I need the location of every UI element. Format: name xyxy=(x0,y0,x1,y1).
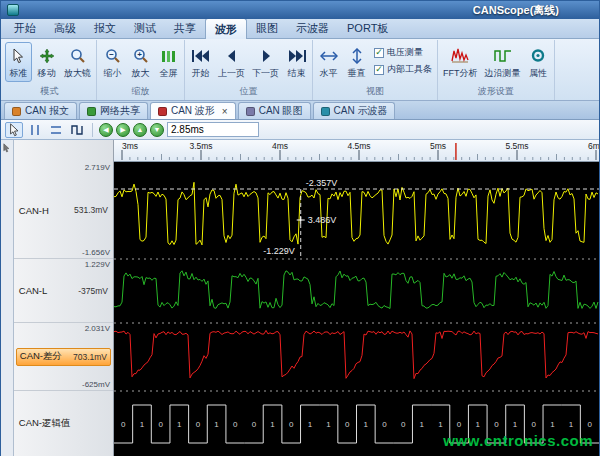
zoom-out-button[interactable]: −缩小 xyxy=(99,42,126,82)
next-page-button[interactable]: 下一页 xyxy=(249,42,282,82)
ribbon-tab-strip: 开始高级报文测试共享波形眼图示波器PORT板 xyxy=(1,19,599,39)
svg-text:0: 0 xyxy=(494,420,499,429)
svg-text:−: − xyxy=(109,50,114,59)
waveform-canvas[interactable]: 01010100101101001101010110-2.357V3.486V-… xyxy=(114,162,599,456)
vertical-cursors-icon xyxy=(28,123,42,137)
svg-text:0: 0 xyxy=(401,420,406,429)
go-end-button[interactable]: 结束 xyxy=(283,42,310,82)
doc-tab-icon xyxy=(158,107,167,116)
svg-text:1: 1 xyxy=(513,420,518,429)
fft-analysis-button[interactable]: FFT分析 xyxy=(440,42,481,82)
vertical-button[interactable]: 垂直 xyxy=(343,42,370,82)
title-bar: CANScope(离线) xyxy=(1,1,599,19)
nav-up-button[interactable]: ▲ xyxy=(133,123,147,137)
voltage-measure-checkbox[interactable]: ✓电压测量 xyxy=(374,46,432,59)
doc-tab-can-frames[interactable]: CAN 报文 xyxy=(4,102,77,119)
nav-right-button[interactable]: ▶ xyxy=(116,123,130,137)
zoom-in-button[interactable]: +放大 xyxy=(127,42,154,82)
checkbox-mark: ✓ xyxy=(374,48,384,58)
doc-tab-label: CAN 眼图 xyxy=(259,104,303,118)
ribbon-group-mode: 标准移动放大镜模式 xyxy=(3,40,97,100)
ribbon-tab-eye-diagram[interactable]: 眼图 xyxy=(247,18,287,38)
horizontal-cursors-icon xyxy=(49,123,63,137)
ribbon-tab-advanced[interactable]: 高级 xyxy=(45,18,85,38)
svg-text:0: 0 xyxy=(457,420,462,429)
zoom-out-label: 缩小 xyxy=(104,67,122,80)
time-ruler-canvas: 3ms3.5ms4ms4.5ms5ms5.5ms6ms xyxy=(114,140,599,161)
edge-measure-icon xyxy=(494,44,512,67)
select-tool-button[interactable] xyxy=(5,122,23,138)
ribbon-tab-frames[interactable]: 报文 xyxy=(85,18,125,38)
svg-text:3ms: 3ms xyxy=(122,141,138,151)
checkbox-label: 内部工具条 xyxy=(387,63,432,76)
properties-button[interactable]: 属性 xyxy=(525,42,552,82)
pan-button[interactable]: 移动 xyxy=(33,42,60,82)
cursor-voltage-top: -2.357V xyxy=(306,178,338,188)
svg-text:0: 0 xyxy=(345,420,350,429)
full-screen-button[interactable]: 全屏 xyxy=(155,42,182,82)
svg-text:0: 0 xyxy=(196,420,201,429)
channel-panel: 2.719VCAN-H531.3mV-1.656V1.229VCAN-L-375… xyxy=(14,140,114,456)
vertical-cursors-button[interactable] xyxy=(26,122,44,138)
svg-text:0: 0 xyxy=(121,420,126,429)
pan-label: 移动 xyxy=(38,67,56,80)
close-tab-icon[interactable]: × xyxy=(222,107,228,116)
ribbon-tab-waveform[interactable]: 波形 xyxy=(205,18,247,39)
ribbon-tab-port-board[interactable]: PORT板 xyxy=(338,18,397,38)
channel-row-2[interactable]: 1.229VCAN-L-375mV xyxy=(14,259,113,323)
doc-tab-icon xyxy=(12,107,21,116)
ribbon-tab-oscilloscope[interactable]: 示波器 xyxy=(287,18,338,38)
group-label-mode: 模式 xyxy=(5,84,94,100)
strip-pointer-icon[interactable] xyxy=(2,143,11,153)
cursor-voltage-bottom: -1.229V xyxy=(263,246,295,256)
doc-tab-network-share[interactable]: 网络共享 xyxy=(79,102,148,119)
standard-button[interactable]: 标准 xyxy=(5,42,32,82)
nav-left-button[interactable]: ◀ xyxy=(99,123,113,137)
ribbon-tab-share[interactable]: 共享 xyxy=(165,18,205,38)
doc-tab-can-eye-diagram[interactable]: CAN 眼图 xyxy=(238,102,311,119)
toolbar-separator xyxy=(92,123,93,137)
time-span-input[interactable] xyxy=(167,122,259,137)
vertical-icon xyxy=(350,44,364,67)
pointer-icon xyxy=(8,123,21,137)
internal-toolbar-checkbox[interactable]: ✓内部工具条 xyxy=(374,63,432,76)
channel-scale: 531.3mV xyxy=(74,205,108,215)
ribbon-group-zoom: −缩小+放大全屏缩放 xyxy=(97,40,185,100)
watermark: www.cntronics.com xyxy=(443,432,593,449)
channel-row-4[interactable]: CAN-逻辑值 xyxy=(14,391,113,456)
next-page-icon xyxy=(259,44,273,67)
magnifier-icon xyxy=(70,44,86,67)
time-ruler[interactable]: 3ms3.5ms4ms4.5ms5ms5.5ms6ms xyxy=(114,140,599,162)
horizontal-label: 水平 xyxy=(320,67,338,80)
svg-text:1: 1 xyxy=(214,420,219,429)
svg-text:0: 0 xyxy=(252,420,257,429)
horizontal-button[interactable]: 水平 xyxy=(315,42,342,82)
full-screen-icon xyxy=(161,44,177,67)
prev-page-button[interactable]: 上一页 xyxy=(215,42,248,82)
channel-bottom-voltage: -625mV xyxy=(82,380,110,389)
left-side-strip xyxy=(1,140,14,456)
edge-measure-button[interactable]: 边沿测量 xyxy=(482,42,524,82)
channel-row-1[interactable]: 2.719VCAN-H531.3mV-1.656V xyxy=(14,162,113,259)
svg-text:1: 1 xyxy=(476,420,481,429)
svg-text:1: 1 xyxy=(308,420,313,429)
ribbon-tab-start[interactable]: 开始 xyxy=(5,18,45,38)
nav-down-button[interactable]: ▼ xyxy=(150,123,164,137)
edge-measure-label: 边沿测量 xyxy=(485,67,521,80)
doc-tab-can-waveform[interactable]: CAN 波形× xyxy=(150,102,236,119)
channel-row-3[interactable]: 2.031VCAN-差分703.1mV-625mV xyxy=(14,323,113,391)
horizontal-cursors-button[interactable] xyxy=(47,122,65,138)
magnifier-button[interactable]: 放大镜 xyxy=(61,42,94,82)
zoom-in-icon: + xyxy=(133,44,149,67)
waveform-scope[interactable]: 01010100101101001101010110-2.357V3.486V-… xyxy=(114,162,599,456)
go-end-label: 结束 xyxy=(288,67,306,80)
edge-jump-button[interactable] xyxy=(68,122,86,138)
doc-tab-can-oscilloscope[interactable]: CAN 示波器 xyxy=(313,102,396,119)
ribbon-tab-test[interactable]: 测试 xyxy=(125,18,165,38)
svg-text:1: 1 xyxy=(420,420,425,429)
doc-tab-icon xyxy=(321,107,330,116)
go-start-button[interactable]: 开始 xyxy=(187,42,214,82)
go-start-icon xyxy=(191,44,211,67)
svg-text:6ms: 6ms xyxy=(588,141,599,151)
app-icon xyxy=(7,4,19,16)
